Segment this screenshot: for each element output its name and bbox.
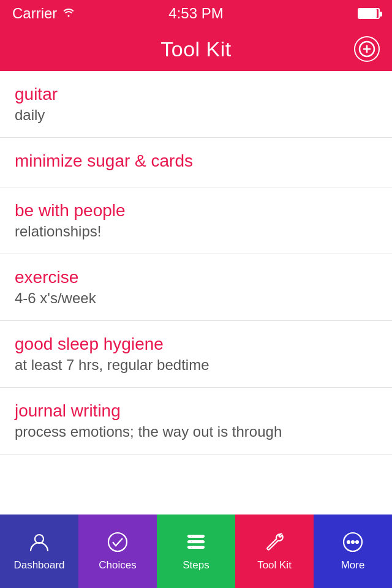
svg-rect-9 [190,541,192,543]
item-subtitle: daily [15,107,377,124]
carrier-label: Carrier [12,5,57,22]
tab-dashboard-label: Dashboard [13,559,64,571]
tool-kit-list: guitardailyminimize sugar & cardsbe with… [0,71,392,514]
choices-icon [104,529,131,556]
item-title: exercise [15,268,377,287]
toolkit-icon [261,529,288,556]
item-title: journal writing [15,401,377,421]
dashboard-icon [26,529,53,556]
svg-point-12 [347,541,350,543]
tab-steps-label: Steps [183,559,209,571]
item-title: good sleep hygiene [15,334,377,354]
tab-more[interactable]: More [314,514,392,588]
svg-point-4 [108,533,127,551]
tab-steps[interactable]: Steps [157,514,235,588]
tab-choices[interactable]: Choices [78,514,157,588]
status-bar: Carrier 4:53 PM [0,0,392,27]
item-title: be with people [15,201,377,221]
svg-point-14 [356,541,358,543]
tab-toolkit[interactable]: Tool Kit [235,514,314,588]
svg-point-13 [352,541,354,543]
page-title: Tool Kit [160,37,232,61]
svg-rect-8 [190,535,192,537]
tab-more-label: More [341,559,365,571]
svg-rect-10 [190,546,192,548]
more-icon [339,529,366,556]
list-item[interactable]: exercise4-6 x's/week [0,254,392,321]
item-title: minimize sugar & cards [15,151,377,171]
header: Tool Kit [0,27,392,71]
list-item[interactable]: journal writingprocess emotions; the way… [0,388,392,454]
tab-toolkit-label: Tool Kit [257,559,292,571]
tab-bar: Dashboard Choices Steps [0,514,392,588]
add-button[interactable] [354,36,380,62]
item-subtitle: 4-6 x's/week [15,290,377,307]
item-subtitle: at least 7 hrs, regular bedtime [15,356,377,374]
list-item[interactable]: good sleep hygieneat least 7 hrs, regula… [0,321,392,388]
steps-icon [183,529,209,556]
item-title: guitar [15,85,377,104]
time-label: 4:53 PM [168,5,223,22]
battery-icon [358,8,380,19]
tab-dashboard[interactable]: Dashboard [0,514,78,588]
item-subtitle: process emotions; the way out is through [15,423,377,440]
wifi-icon [62,7,75,20]
list-item[interactable]: minimize sugar & cards [0,138,392,187]
tab-choices-label: Choices [99,559,136,571]
list-item[interactable]: be with peoplerelationships! [0,187,392,254]
item-subtitle: relationships! [15,223,377,240]
list-item[interactable]: guitardaily [0,71,392,138]
